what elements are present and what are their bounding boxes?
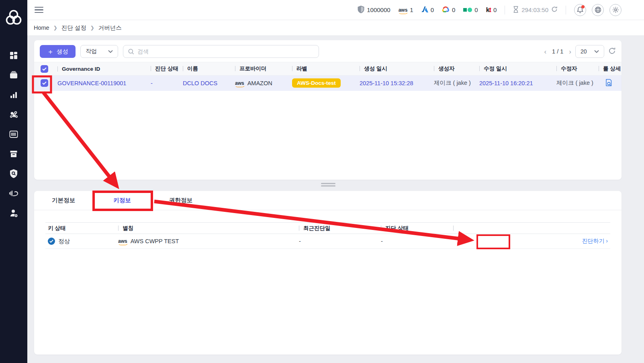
sidebar-item-user-settings[interactable] — [6, 205, 22, 221]
top-header: 1000000 aws 1 0 0 0 kt 0 — [27, 0, 644, 20]
chevron-down-icon — [108, 50, 113, 53]
key-diagnosis-status-cell: - — [378, 234, 451, 249]
azure-icon — [421, 6, 428, 14]
notification-dot — [581, 5, 585, 8]
select-all-checkbox[interactable] — [41, 65, 48, 73]
col-rule-detail: 룰 상세 — [603, 66, 621, 72]
col-governance-id: Governance ID — [62, 66, 100, 72]
search-box — [123, 45, 319, 58]
hourglass-icon — [513, 6, 519, 14]
hamburger-menu-icon[interactable] — [35, 7, 43, 13]
sidebar-item-dashboard[interactable] — [6, 47, 22, 64]
breadcrumb-separator: ❯ — [90, 25, 94, 31]
status-ok-icon — [48, 238, 55, 245]
cell-creator: 제이크 ( jake ) — [431, 76, 476, 91]
sidebar-item-topology[interactable] — [6, 107, 22, 123]
create-button[interactable]: ＋ 생성 — [40, 45, 76, 58]
cell-governance-id[interactable]: GOVERNANCE-00119001 — [54, 76, 147, 91]
kt-icon: kt — [486, 6, 491, 14]
col-label: 라벨 — [296, 66, 307, 72]
breadcrumb-home[interactable]: Home — [34, 25, 49, 31]
panel-resize-handle[interactable] — [321, 183, 335, 187]
sidebar-item-assets[interactable] — [6, 67, 22, 83]
cell-name: DCLO DOCS — [180, 76, 232, 91]
stat-kt-value: 0 — [493, 6, 497, 13]
row-checkbox[interactable] — [41, 79, 48, 87]
tab-key-info[interactable]: 키정보 — [93, 191, 151, 210]
cell-updater: 제이크 ( jake ) — [553, 76, 595, 91]
stat-azure-value: 0 — [431, 6, 434, 13]
run-diagnosis-link[interactable]: 진단하기 › — [582, 238, 608, 244]
refresh-list-icon[interactable] — [608, 47, 616, 56]
session-timer: 294:03:50 — [513, 6, 558, 14]
stat-total-value: 1000000 — [367, 6, 390, 13]
refresh-timer-icon[interactable] — [551, 6, 558, 14]
sidebar-item-archive[interactable] — [6, 146, 22, 162]
sidebar-item-audio-report[interactable] — [6, 185, 22, 201]
prev-page-icon[interactable]: ‹ — [544, 48, 546, 55]
list-toolbar: ＋ 생성 작업 ‹ 1 / 1 › 20 — [34, 40, 622, 62]
settings-gear-button[interactable] — [609, 4, 622, 16]
plus-icon: ＋ — [47, 48, 54, 55]
ncloud-icon — [463, 8, 472, 12]
detail-tabs: 기본정보 키정보 권한정보 — [34, 191, 622, 210]
key-status-cell: 정상 — [48, 238, 113, 245]
col-name: 이름 — [187, 66, 198, 72]
governance-row[interactable]: GOVERNANCE-00119001 - DCLO DOCS aws AMAZ… — [34, 76, 622, 91]
cell-created-at: 2025-11-10 15:32:28 — [356, 76, 431, 91]
timer-value: 294:03:50 — [521, 6, 548, 13]
page-indicator: 1 / 1 — [552, 48, 563, 55]
sidebar-item-barcode[interactable] — [6, 126, 22, 142]
shield-icon — [358, 6, 364, 14]
col-key-status: 키 상태 — [48, 225, 65, 231]
stat-gcp-value: 0 — [452, 6, 455, 13]
page-size-dropdown[interactable]: 20 — [575, 45, 604, 58]
key-alias-cell: aws AWS CWPP TEST — [118, 238, 294, 244]
col-key-diagnosis-status: 진단 상태 — [385, 225, 409, 231]
chevron-down-icon — [594, 50, 599, 53]
col-provider: 프로바이더 — [239, 66, 267, 72]
col-creator: 생성자 — [438, 66, 455, 72]
col-last-diagnosis: 최근진단일 — [303, 225, 331, 231]
label-badge: AWS-Docs-test — [292, 78, 341, 88]
breadcrumb-governance[interactable]: 거버넌스 — [98, 24, 122, 32]
stat-azure: 0 — [421, 6, 434, 14]
col-created-at: 생성 일시 — [364, 66, 387, 72]
sidebar-item-security-scan[interactable] — [6, 166, 22, 182]
key-last-diagnosis-cell: - — [296, 234, 378, 249]
tab-permission-info[interactable]: 권한정보 — [151, 191, 210, 210]
stat-ncloud: 0 — [463, 6, 478, 13]
stat-aws-value: 1 — [410, 6, 413, 13]
key-row: 정상 aws AWS CWPP TEST - - 진단하기 › — [45, 234, 610, 249]
notifications-button[interactable] — [574, 4, 586, 16]
stat-gcp: 0 — [442, 6, 455, 14]
breadcrumb-diagnosis-settings[interactable]: 진단 설정 — [61, 24, 86, 32]
language-globe-button[interactable] — [592, 4, 604, 16]
key-table-header-row: 키 상태 별칭 최근진단일 진단 상태 — [45, 223, 610, 234]
stat-kt: kt 0 — [486, 6, 497, 14]
aws-icon: aws — [118, 239, 127, 244]
gcp-icon — [442, 6, 450, 14]
search-input[interactable] — [137, 48, 314, 55]
action-dropdown[interactable]: 작업 — [80, 45, 118, 58]
key-table: 키 상태 별칭 최근진단일 진단 상태 정상 — [45, 222, 610, 249]
col-diagnosis-status: 진단 상태 — [155, 66, 178, 72]
sidebar-item-analytics[interactable] — [6, 87, 22, 103]
aws-icon: aws — [235, 81, 244, 86]
next-page-icon[interactable]: › — [569, 48, 571, 55]
stat-aws: aws 1 — [399, 6, 413, 13]
cell-diagnosis-status: - — [147, 76, 180, 91]
sidebar — [0, 0, 27, 363]
tab-basic-info[interactable]: 기본정보 — [34, 191, 93, 210]
col-updater: 수정자 — [561, 66, 577, 72]
pagination: ‹ 1 / 1 › — [544, 48, 571, 55]
breadcrumb: Home ❯ 진단 설정 ❯ 거버넌스 — [27, 20, 644, 36]
brand-logo-icon[interactable] — [4, 8, 23, 29]
app-root: 1000000 aws 1 0 0 0 kt 0 — [0, 0, 644, 363]
cell-label: AWS-Docs-test — [289, 76, 356, 91]
col-updated-at: 수정 일시 — [484, 66, 507, 72]
divider — [566, 6, 566, 14]
divider — [505, 6, 505, 14]
rule-detail-icon[interactable] — [605, 79, 612, 86]
governance-panel: ＋ 생성 작업 ‹ 1 / 1 › 20 — [34, 40, 622, 180]
